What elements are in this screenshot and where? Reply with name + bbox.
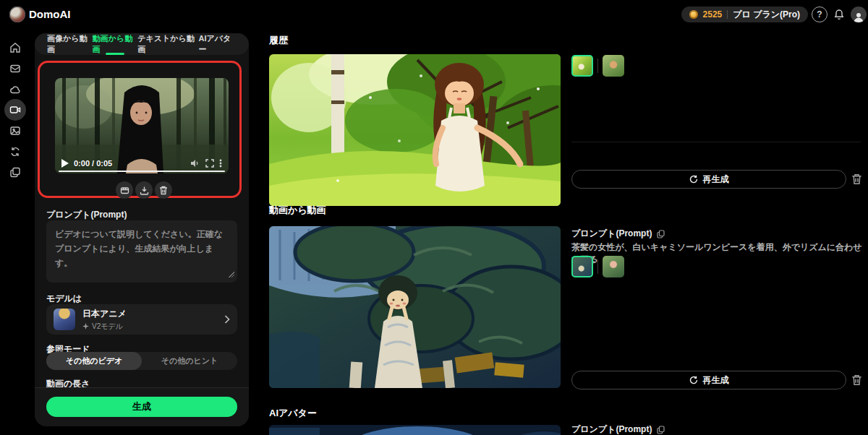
source-video-player[interactable]: 0:00 / 0:05	[55, 78, 229, 173]
video-export-icon	[120, 186, 129, 195]
model-avatar	[54, 309, 75, 330]
prompt-input[interactable]	[46, 220, 237, 283]
video-action-row	[116, 181, 173, 199]
tab-text-to-video[interactable]: テキストから動画	[137, 33, 198, 55]
model-selector[interactable]: 日本アニメ V2モデル	[46, 304, 237, 335]
thumb-divider	[597, 59, 598, 73]
video-camera-icon	[9, 104, 21, 116]
copy-icon[interactable]	[657, 230, 665, 238]
tab-label: AIアバター	[199, 33, 237, 55]
model-version: V2モデル	[92, 322, 123, 332]
regenerate-icon	[689, 376, 698, 384]
image-icon	[9, 125, 21, 137]
variant-thumb-source[interactable]	[603, 55, 624, 77]
sidebar-item-inbox[interactable]	[9, 63, 21, 74]
tab-label: 画像から動画	[47, 33, 93, 55]
regenerate-icon	[689, 175, 698, 184]
model-info: 日本アニメ V2モデル	[82, 308, 127, 332]
result-image-ai-avatar[interactable]	[269, 425, 561, 435]
prompt-head-2: プロンプト(Prompt)	[571, 228, 665, 240]
ai-avatar-art	[269, 425, 561, 435]
cloud-icon	[9, 84, 21, 95]
app-title: DomoAI	[29, 8, 71, 20]
variant-thumbs-row-2	[571, 256, 624, 277]
tab-video-to-video[interactable]: 動画から動画	[93, 33, 138, 55]
video-controls: 0:00 / 0:05	[55, 157, 229, 170]
delete-history-button-1[interactable]	[851, 173, 863, 185]
play-icon[interactable]	[61, 159, 69, 168]
prompt-label-3: プロンプト(Prompt)	[571, 423, 652, 435]
sunny-park-art	[269, 54, 561, 206]
volume-icon[interactable]	[191, 159, 200, 168]
plan-label: プロ プラン(Pro)	[733, 9, 800, 21]
result-image-van-gogh[interactable]	[269, 226, 561, 388]
regenerate-label: 再生成	[703, 374, 729, 387]
variant-thumb-selected-2[interactable]	[571, 256, 593, 277]
delete-video-button[interactable]	[155, 181, 172, 199]
history-title: 履歴	[269, 34, 288, 47]
refresh-icon	[9, 146, 21, 158]
prompt-label-2: プロンプト(Prompt)	[571, 228, 652, 240]
video2video-title: 動画から動画	[269, 204, 326, 217]
variant-thumb-source-2[interactable]	[603, 256, 624, 277]
sparkle-icon	[82, 323, 89, 330]
row-divider	[571, 142, 861, 142]
resize-handle-icon[interactable]	[229, 272, 234, 277]
tab-ai-avatar[interactable]: AIアバター	[199, 33, 237, 55]
more-options-icon[interactable]	[219, 159, 222, 168]
reuse-video-button[interactable]	[116, 181, 133, 199]
video-progress-bar[interactable]	[59, 171, 225, 172]
active-tab-underline	[106, 53, 124, 55]
tab-label: テキストから動画	[137, 33, 198, 55]
regenerate-label: 再生成	[703, 173, 729, 186]
sidebar-item-home[interactable]	[9, 42, 21, 53]
result-image-sunny-park[interactable]	[269, 54, 561, 206]
person-icon	[853, 12, 864, 22]
regenerate-button-1[interactable]: 再生成	[571, 170, 846, 189]
download-icon	[140, 186, 149, 195]
delete-history-button-2[interactable]	[851, 374, 863, 386]
sidebar-item-video[interactable]	[9, 104, 21, 116]
bell-icon	[833, 9, 845, 20]
thumb-divider	[597, 259, 598, 274]
credits-count: 2525	[703, 9, 723, 20]
sidebar-item-cloud[interactable]	[9, 84, 21, 95]
credits-plan-pill[interactable]: 2525 プロ プラン(Pro)	[681, 7, 808, 22]
sidebar-item-image[interactable]	[9, 125, 21, 137]
notifications-button[interactable]	[831, 7, 847, 22]
mode-tabbar: 画像から動画 動画から動画 テキストから動画 AIアバター	[35, 33, 249, 55]
trash-icon	[851, 374, 862, 386]
prompt-head-3: プロンプト(Prompt)	[571, 423, 665, 435]
copy-icon[interactable]	[657, 426, 665, 434]
pill-divider	[727, 10, 728, 19]
sidebar-item-history[interactable]	[9, 146, 21, 158]
coin-icon	[689, 10, 698, 19]
model-name: 日本アニメ	[82, 308, 127, 320]
user-avatar[interactable]	[851, 7, 867, 22]
model-section-label: モデルは	[46, 293, 82, 305]
trash-icon	[851, 173, 862, 185]
reference-option-video[interactable]: その他のビデオ	[46, 352, 142, 370]
help-button[interactable]: ?	[812, 7, 827, 22]
video-time: 0:00 / 0:05	[74, 159, 112, 168]
collection-icon	[9, 166, 21, 178]
tab-image-to-video[interactable]: 画像から動画	[47, 33, 93, 55]
variant-thumb-selected[interactable]	[571, 55, 593, 77]
prompt-label: プロンプト(Prompt)	[46, 209, 127, 221]
van-gogh-art	[269, 226, 561, 388]
chevron-right-icon	[224, 315, 230, 324]
regenerate-button-2[interactable]: 再生成	[571, 371, 846, 389]
panel-footer: 生成	[35, 387, 249, 426]
reference-option-hint[interactable]: その他のヒント	[142, 352, 237, 370]
fullscreen-icon[interactable]	[205, 159, 214, 168]
generate-button[interactable]: 生成	[46, 397, 237, 417]
domoai-logo[interactable]	[9, 7, 25, 22]
domoai-app: DomoAI 2525 プロ プラン(Pro) ?	[0, 0, 868, 435]
sidebar-item-collection[interactable]	[9, 166, 21, 178]
model-version-row: V2モデル	[82, 322, 127, 332]
tab-label: 動画から動画	[93, 33, 138, 55]
download-button[interactable]	[135, 181, 153, 199]
home-icon	[9, 42, 21, 53]
trash-icon	[159, 186, 168, 195]
variant-thumbs-row	[571, 55, 624, 77]
